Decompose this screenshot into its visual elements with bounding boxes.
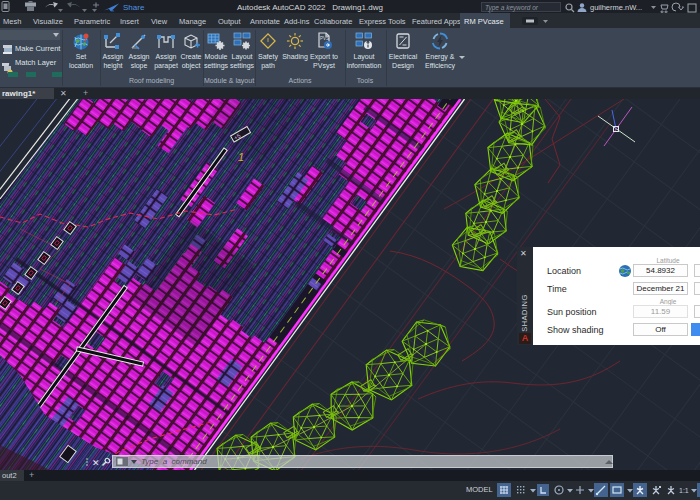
svg-text:✕: ✕ [92,458,100,468]
svg-text:1: 1 [238,151,244,163]
svg-text:guilherme.nW...: guilherme.nW... [590,3,642,12]
svg-text:PVS: PVS [320,36,329,41]
svg-text:1:1: 1:1 [679,487,689,494]
svg-text:Share: Share [123,3,145,12]
